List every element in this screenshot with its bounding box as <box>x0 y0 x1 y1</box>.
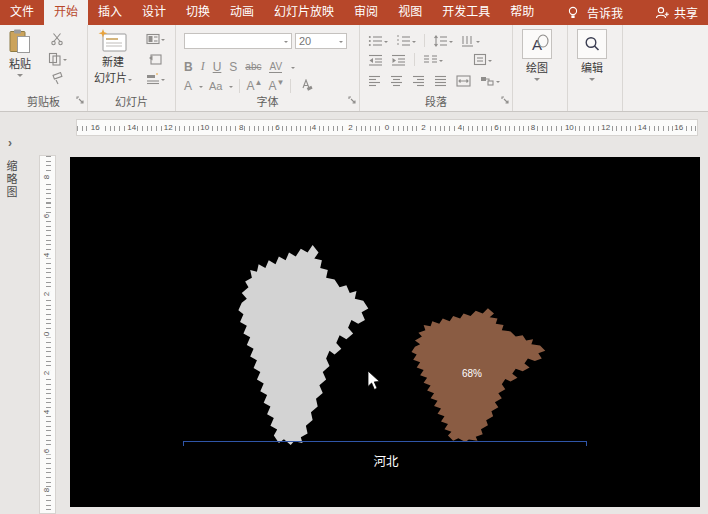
slide-canvas[interactable]: 68% 河北 <box>70 157 700 507</box>
font-color-dropdown[interactable] <box>199 86 203 90</box>
new-slide-button[interactable]: 新建 幻灯片 <box>94 29 132 85</box>
section-dropdown[interactable] <box>161 79 165 83</box>
bullets-button[interactable] <box>366 33 390 48</box>
columns-icon <box>423 54 438 66</box>
strikethrough-button[interactable]: abc <box>245 61 261 72</box>
font-dialog-launcher[interactable] <box>348 90 356 108</box>
tell-me-button[interactable]: 告诉我 <box>587 4 623 21</box>
line-spacing-icon <box>433 35 448 47</box>
horizontal-ruler: 1614121086420246810121416 <box>76 119 698 136</box>
underline-button[interactable]: U <box>213 60 222 74</box>
distribute-icon <box>456 75 471 87</box>
slides-group: 新建 幻灯片 幻灯片 <box>88 25 176 111</box>
region-label[interactable]: 河北 <box>336 451 436 470</box>
drawing-a-icon: A <box>522 29 552 59</box>
change-case-button[interactable]: Aa <box>209 80 222 92</box>
layout-icon <box>146 33 160 45</box>
copy-button[interactable] <box>46 51 69 66</box>
bullets-icon <box>368 35 383 47</box>
distribute-columns-button[interactable] <box>454 73 473 88</box>
percent-label[interactable]: 68% <box>442 368 502 379</box>
bold-button[interactable]: B <box>184 60 193 74</box>
line-spacing-button[interactable] <box>431 33 455 48</box>
text-shadow-button[interactable]: S <box>229 60 237 74</box>
numbering-button[interactable] <box>394 33 418 48</box>
italic-button[interactable]: I <box>201 59 205 74</box>
ribbon-tabs: 文件开始插入设计切换动画幻灯片放映审阅视图开发工具帮助 <box>0 0 544 25</box>
powerpoint-window: 文件开始插入设计切换动画幻灯片放映审阅视图开发工具帮助 告诉我 共享 粘贴 <box>0 0 708 514</box>
font-name-combobox[interactable] <box>184 33 292 49</box>
align-left-icon <box>368 75 381 87</box>
tab-7[interactable]: 审阅 <box>344 0 388 25</box>
align-right-icon <box>412 75 425 87</box>
section-button[interactable] <box>144 71 167 86</box>
drawing-button[interactable]: A 绘图 <box>522 29 552 84</box>
tab-9[interactable]: 开发工具 <box>432 0 500 25</box>
tab-2[interactable]: 插入 <box>88 0 132 25</box>
layout-button[interactable] <box>144 31 167 46</box>
format-painter-button[interactable] <box>48 71 66 86</box>
bullets-dropdown[interactable] <box>384 41 388 45</box>
align-text-dropdown[interactable] <box>488 60 492 64</box>
tab-3[interactable]: 设计 <box>132 0 176 25</box>
align-text-button[interactable] <box>471 52 494 67</box>
text-direction-dropdown[interactable] <box>476 41 480 45</box>
align-right-button[interactable] <box>410 73 427 88</box>
increase-indent-button[interactable] <box>389 52 408 67</box>
new-slide-dropdown[interactable] <box>128 79 132 83</box>
tab-1[interactable]: 开始 <box>44 0 88 25</box>
align-left-button[interactable] <box>366 73 383 88</box>
reset-button[interactable] <box>146 51 164 66</box>
copy-dropdown[interactable] <box>63 59 67 63</box>
columns-button[interactable] <box>421 52 445 67</box>
grow-font-button[interactable]: A▲ <box>246 78 262 93</box>
person-plus-icon <box>655 6 670 20</box>
smartart-button[interactable] <box>478 73 502 88</box>
change-case-dropdown[interactable] <box>229 86 233 90</box>
numbering-dropdown[interactable] <box>412 41 416 45</box>
scissors-icon <box>50 32 64 46</box>
font-size-combobox[interactable]: 20 <box>295 33 347 49</box>
text-direction-button[interactable] <box>459 33 482 48</box>
drawing-dropdown[interactable] <box>534 78 540 84</box>
character-spacing-dropdown[interactable] <box>291 67 295 71</box>
paste-dropdown[interactable] <box>17 74 23 80</box>
clipboard-dialog-launcher[interactable] <box>76 90 84 108</box>
format-painter-icon <box>50 72 64 86</box>
line-spacing-dropdown[interactable] <box>449 41 453 45</box>
paragraph-dialog-launcher[interactable] <box>501 90 509 108</box>
decrease-indent-icon <box>368 54 383 66</box>
align-center-button[interactable] <box>388 73 405 88</box>
editing-dropdown[interactable] <box>589 78 595 84</box>
clear-formatting-button[interactable] <box>297 78 315 93</box>
font-size-dropdown <box>339 41 343 45</box>
columns-dropdown[interactable] <box>439 60 443 64</box>
justify-button[interactable] <box>432 73 449 88</box>
smartart-dropdown[interactable] <box>496 81 500 85</box>
thumbnails-pane-label[interactable]: 缩略图 <box>3 160 19 199</box>
tab-8[interactable]: 视图 <box>388 0 432 25</box>
tab-4[interactable]: 切换 <box>176 0 220 25</box>
ribbon-empty-area <box>623 25 708 111</box>
decrease-indent-button[interactable] <box>366 52 385 67</box>
lightbulb-icon <box>567 6 579 20</box>
paste-button[interactable]: 粘贴 <box>8 29 32 80</box>
expand-thumbnails-chevron-icon[interactable]: › <box>8 136 12 150</box>
tab-6[interactable]: 幻灯片放映 <box>264 0 344 25</box>
baseline-bracket[interactable] <box>183 441 587 446</box>
map-hebei-inactive-shape[interactable] <box>235 243 370 445</box>
font-color-button[interactable]: A <box>184 79 192 93</box>
share-button[interactable]: 共享 <box>655 4 698 21</box>
layout-dropdown[interactable] <box>161 39 165 43</box>
cut-button[interactable] <box>48 31 66 46</box>
ribbon-tab-bar: 文件开始插入设计切换动画幻灯片放映审阅视图开发工具帮助 告诉我 共享 <box>0 0 708 25</box>
tab-10[interactable]: 帮助 <box>500 0 544 25</box>
clear-formatting-icon <box>299 79 313 92</box>
shrink-font-button[interactable]: A▼ <box>268 78 284 93</box>
editing-button[interactable]: 编辑 <box>577 29 607 84</box>
vertical-ruler-numbers: 864202468 <box>40 172 55 495</box>
tab-0[interactable]: 文件 <box>0 0 44 25</box>
character-spacing-button[interactable]: AV <box>269 61 282 73</box>
ribbon: 粘贴 剪贴板 <box>0 25 708 112</box>
tab-5[interactable]: 动画 <box>220 0 264 25</box>
